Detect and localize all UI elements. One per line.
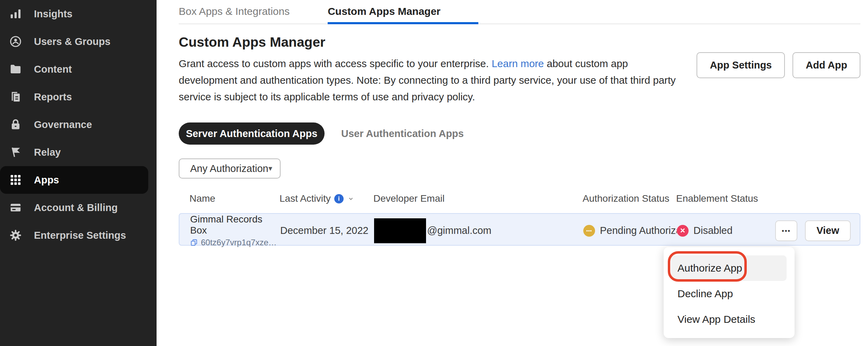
description-text: Grant access to custom apps with access … — [179, 58, 491, 69]
flag-icon — [9, 146, 22, 159]
admin-console: Insights Users & Groups Content Reports … — [0, 0, 868, 346]
folder-icon — [9, 63, 22, 76]
sidebar-item-governance[interactable]: Governance — [0, 111, 157, 138]
gear-icon — [9, 229, 22, 242]
credit-card-icon — [9, 201, 22, 214]
authorization-status-cell: ••• Pending Authorization — [583, 225, 677, 237]
column-authorization-status: Authorization Status — [583, 193, 676, 204]
column-name: Name — [189, 193, 280, 204]
column-enablement-status: Enablement Status — [676, 193, 768, 204]
tab-bar: Box Apps & Integrations Custom Apps Mana… — [179, 0, 860, 24]
app-id-text: 60tz6y7vrp1q7xze… — [201, 238, 277, 247]
app-id: 60tz6y7vrp1q7xze… — [190, 238, 280, 247]
lock-icon — [9, 118, 22, 131]
redaction-box — [374, 218, 426, 243]
apps-grid-icon — [9, 173, 22, 186]
sidebar: Insights Users & Groups Content Reports … — [0, 0, 157, 346]
app-name: Gimmal Records Box — [190, 214, 280, 236]
enablement-status-text: Disabled — [693, 225, 733, 236]
column-last-activity: Last Activity i — [280, 193, 373, 204]
auth-type-toggle: Server Authentication Apps User Authenti… — [179, 122, 860, 145]
page-header: Custom Apps Manager Grant access to cust… — [179, 35, 860, 105]
menu-item-authorize-app[interactable]: Authorize App — [671, 255, 787, 281]
column-label: Last Activity — [280, 193, 331, 204]
authorization-status-text: Pending Authorization — [600, 225, 677, 236]
copy-icon[interactable] — [190, 239, 198, 246]
sidebar-item-label: Reports — [34, 91, 72, 103]
bar-chart-icon — [9, 7, 22, 20]
sidebar-item-apps[interactable]: Apps — [0, 166, 148, 194]
learn-more-link[interactable]: Learn more — [491, 58, 544, 69]
dropdown-value: Any Authorization — [190, 163, 268, 174]
last-activity-cell: December 15, 2022 — [280, 225, 374, 236]
sidebar-item-label: Apps — [34, 174, 59, 186]
app-name-cell: Gimmal Records Box 60tz6y7vrp1q7xze… — [190, 214, 280, 247]
sidebar-item-content[interactable]: Content — [0, 55, 157, 83]
sidebar-item-account-billing[interactable]: Account & Billing — [0, 194, 157, 221]
header-actions: App Settings Add App — [697, 52, 860, 78]
add-app-button[interactable]: Add App — [792, 52, 860, 78]
page-description: Grant access to custom apps with access … — [179, 55, 684, 105]
pending-status-icon: ••• — [583, 225, 595, 237]
email-domain: @gimmal.com — [427, 225, 491, 236]
caret-down-icon: ▾ — [268, 164, 272, 173]
view-button[interactable]: View — [805, 220, 851, 241]
sidebar-item-label: Insights — [34, 8, 72, 20]
sidebar-item-label: Enterprise Settings — [34, 230, 126, 241]
menu-item-decline-app[interactable]: Decline App — [664, 281, 795, 307]
authorization-filter-dropdown[interactable]: Any Authorization ▾ — [179, 158, 281, 179]
reports-pages-icon — [9, 90, 22, 103]
developer-email-cell: @gimmal.com — [374, 218, 583, 243]
sidebar-item-label: Relay — [34, 147, 61, 158]
page-header-text: Custom Apps Manager Grant access to cust… — [179, 35, 684, 105]
server-auth-apps-pill[interactable]: Server Authentication Apps — [179, 122, 325, 145]
sidebar-item-label: Users & Groups — [34, 36, 110, 47]
sidebar-item-insights[interactable]: Insights — [0, 0, 157, 28]
sidebar-item-reports[interactable]: Reports — [0, 83, 157, 111]
tab-custom-apps-manager[interactable]: Custom Apps Manager — [328, 6, 478, 24]
app-settings-button[interactable]: App Settings — [697, 52, 785, 78]
disabled-status-icon: ✕ — [677, 225, 689, 237]
enablement-status-cell: ✕ Disabled — [677, 225, 768, 237]
page-title: Custom Apps Manager — [179, 35, 684, 50]
info-icon[interactable]: i — [334, 194, 344, 203]
tab-box-apps-integrations[interactable]: Box Apps & Integrations — [179, 6, 290, 24]
menu-item-view-app-details[interactable]: View App Details — [664, 307, 795, 332]
table-header: Name Last Activity i Developer Email Aut… — [179, 192, 860, 205]
user-circle-icon — [9, 35, 22, 48]
sidebar-item-label: Governance — [34, 119, 92, 130]
row-actions: ••• View — [768, 220, 860, 241]
sidebar-item-label: Account & Billing — [34, 202, 118, 213]
sidebar-item-relay[interactable]: Relay — [0, 138, 157, 166]
more-actions-button[interactable]: ••• — [775, 220, 797, 241]
row-context-menu: Authorize App Decline App View App Detai… — [664, 247, 795, 338]
sort-chevron-down-icon[interactable] — [347, 195, 355, 202]
sidebar-item-enterprise-settings[interactable]: Enterprise Settings — [0, 221, 157, 249]
sidebar-item-users-groups[interactable]: Users & Groups — [0, 28, 157, 55]
column-developer-email: Developer Email — [373, 193, 583, 204]
sidebar-item-label: Content — [34, 64, 72, 75]
user-auth-apps-pill[interactable]: User Authentication Apps — [341, 122, 464, 145]
app-table-row: Gimmal Records Box 60tz6y7vrp1q7xze… Dec… — [179, 213, 860, 246]
